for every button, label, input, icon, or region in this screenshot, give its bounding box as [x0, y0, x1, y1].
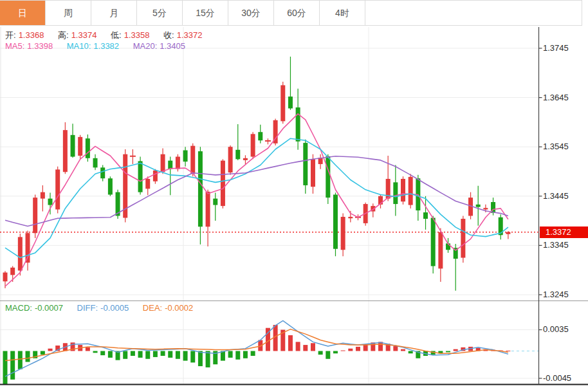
macd-tick-0.0035: 0.0035 [543, 324, 569, 334]
tab-weekly[interactable]: 周 [46, 1, 91, 25]
macd-legend: MACD:-0.0007 DIFF:-0.0005 DEA:-0.0002 [5, 303, 193, 313]
ma5-value: 1.3398 [27, 41, 53, 51]
ma20-label: MA20: [133, 41, 158, 51]
tab-daily[interactable]: 日 [0, 1, 46, 25]
tab-monthly[interactable]: 月 [91, 1, 137, 25]
tab-4hour[interactable]: 4时 [320, 1, 365, 25]
price-tick-1.3645: 1.3645 [543, 93, 569, 102]
ma5-label: MA5: [5, 41, 24, 51]
macd-value: -0.0007 [35, 303, 63, 313]
dea-value: -0.0002 [165, 303, 193, 313]
tab-30min[interactable]: 30分 [228, 1, 274, 25]
diff-label: DIFF: [77, 303, 98, 313]
close-label: 收: [163, 30, 174, 40]
price-tick-1.3545: 1.3545 [543, 142, 569, 151]
ohlc-legend: 开:1.3368 高:1.3374 低:1.3358 收:1.3372 [5, 30, 202, 41]
diff-value: -0.0005 [100, 303, 129, 313]
macd-tick--0.0045: -0.0045 [543, 373, 571, 383]
low-value: 1.3358 [124, 30, 150, 40]
dea-label: DEA: [143, 303, 162, 313]
candlestick-chart[interactable] [0, 0, 588, 388]
close-value: 1.3372 [177, 30, 203, 40]
high-value: 1.3374 [71, 30, 97, 40]
price-tick-1.3745: 1.3745 [543, 43, 569, 53]
open-value: 1.3368 [19, 30, 44, 40]
current-price-badge: 1.3372 [540, 226, 588, 238]
price-tick-1.3345: 1.3345 [543, 240, 569, 250]
tab-60min[interactable]: 60分 [274, 1, 320, 25]
ma10-label: MA10: [67, 41, 91, 51]
ma10-value: 1.3382 [93, 41, 119, 51]
open-label: 开: [5, 30, 16, 40]
price-tick-1.3445: 1.3445 [543, 191, 569, 201]
tab-5min[interactable]: 5分 [137, 1, 183, 25]
interval-tabstrip: 日周月5分15分30分60分4时 [0, 0, 582, 26]
trading-chart-app: 日周月5分15分30分60分4时 开:1.3368 高:1.3374 低:1.3… [0, 0, 588, 388]
tab-15min[interactable]: 15分 [183, 1, 228, 25]
high-label: 高: [58, 30, 69, 40]
low-label: 低: [111, 30, 122, 40]
ma-legend: MA5:1.3398 MA10:1.3382 MA20:1.3405 [5, 41, 185, 51]
macd-label: MACD: [5, 303, 32, 313]
price-tick-1.3245: 1.3245 [543, 290, 569, 299]
ma20-value: 1.3405 [160, 41, 185, 51]
